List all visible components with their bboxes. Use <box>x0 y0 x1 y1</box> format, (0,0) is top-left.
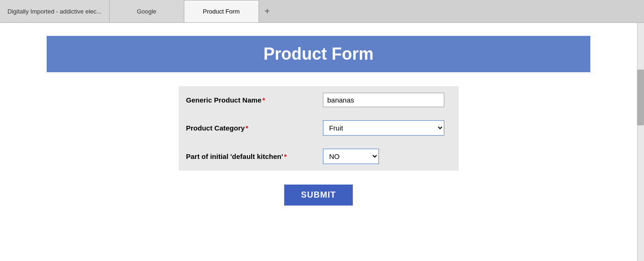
form-table: Generic Product Name* Product Category* … <box>179 86 459 171</box>
form-row-product-category: Product Category* Fruit Vegetable Dairy … <box>179 114 459 142</box>
page-title: Product Form <box>56 44 581 64</box>
form-row-product-name: Generic Product Name* <box>179 86 459 114</box>
browser-tabs-bar: Digitally Imported - addictive elec... G… <box>0 0 644 23</box>
product-category-label: Product Category* <box>179 114 316 142</box>
product-form-container: Generic Product Name* Product Category* … <box>179 86 459 206</box>
submit-container: SUBMIT <box>179 185 459 206</box>
required-star-category: * <box>245 124 248 132</box>
default-kitchen-select[interactable]: NO YES <box>323 149 379 164</box>
scrollbar-thumb[interactable] <box>637 69 644 125</box>
tab-product-form-active[interactable]: Product Form <box>184 0 259 22</box>
required-star-name: * <box>262 96 265 104</box>
product-name-cell <box>315 86 458 114</box>
page-header: Product Form <box>47 36 590 72</box>
product-name-label: Generic Product Name* <box>179 86 316 114</box>
submit-button[interactable]: SUBMIT <box>284 185 353 206</box>
main-content-area: Product Form Generic Product Name* Produ… <box>0 23 637 261</box>
default-kitchen-cell: NO YES <box>315 142 458 171</box>
product-name-input[interactable] <box>323 93 444 107</box>
default-kitchen-label: Part of initial 'default kitchen'* <box>179 142 316 171</box>
form-row-default-kitchen: Part of initial 'default kitchen'* NO YE… <box>179 142 459 171</box>
tab-digitally-imported[interactable]: Digitally Imported - addictive elec... <box>0 0 110 22</box>
product-category-cell: Fruit Vegetable Dairy Meat Bakery Other <box>315 114 458 142</box>
product-category-select[interactable]: Fruit Vegetable Dairy Meat Bakery Other <box>323 120 444 136</box>
tab-google[interactable]: Google <box>110 0 184 22</box>
required-star-kitchen: * <box>284 152 287 160</box>
new-tab-button[interactable]: + <box>259 0 276 22</box>
scrollbar-track <box>637 23 644 261</box>
